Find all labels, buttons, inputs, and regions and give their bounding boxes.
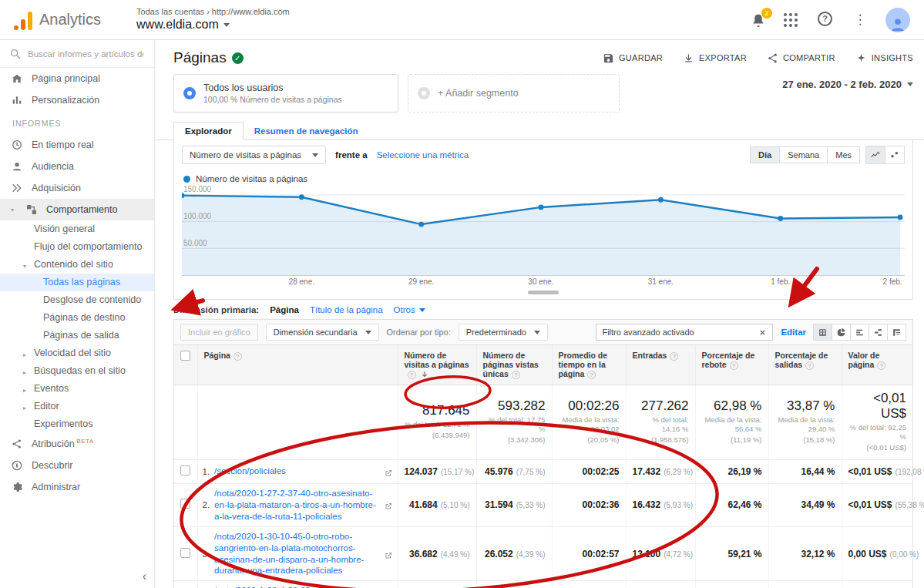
segment-all-users[interactable]: Todos los usuarios 100,00 % Número de vi… [173, 74, 398, 113]
table-row: 1. /seccion/policiales 124.037(15,17 %) … [174, 459, 912, 483]
pageviews-cell: 41.684(5,10 %) [398, 483, 476, 526]
external-link-icon[interactable] [384, 500, 393, 509]
performance-view-button[interactable] [850, 324, 869, 341]
sidebar-item-site-search[interactable]: ▸ Búsquedas en el sitio [0, 362, 154, 380]
external-link-icon[interactable] [384, 467, 393, 476]
column-header-bounce-rate[interactable]: Porcentaje de rebote? [695, 345, 768, 385]
row-checkbox[interactable] [180, 465, 190, 475]
help-icon: ? [512, 371, 520, 379]
tab-explorer[interactable]: Explorador [173, 122, 244, 140]
sidebar-item-home[interactable]: Página principal [0, 68, 154, 89]
share-label: COMPARTIR [783, 53, 835, 62]
granularity-month-button[interactable]: Mes [827, 146, 860, 163]
export-button[interactable]: EXPORTAR [683, 52, 747, 64]
summary-exit-rate: 33,87 % Media de la vista: 29,40 % (15,1… [768, 385, 842, 460]
page-link[interactable]: /seccion/policiales [214, 465, 378, 477]
granularity-week-button[interactable]: Semana [779, 146, 828, 163]
granularity-day-button[interactable]: Día [750, 146, 780, 163]
save-icon [603, 52, 614, 64]
column-header-page[interactable]: Página? [197, 345, 398, 385]
dimension-others[interactable]: Otros [394, 305, 425, 314]
dimension-page[interactable]: Página [270, 305, 299, 314]
line-chart-view-button[interactable] [865, 146, 885, 164]
breadcrumb[interactable]: Todas las cuentas › http://www.eldia.com [136, 7, 290, 18]
attribution-icon [11, 438, 23, 450]
column-header-exit-rate[interactable]: Porcentaje de salidas? [768, 345, 842, 385]
sidebar-item-attribution[interactable]: AtribuciónBETA [0, 433, 154, 455]
analytics-logo-icon[interactable] [14, 10, 32, 30]
sidebar-item-exit-pages[interactable]: Páginas de salida [0, 327, 154, 344]
sidebar-collapse-button[interactable]: ‹ [143, 570, 146, 583]
sidebar-item-landing-pages[interactable]: Páginas de destino [0, 309, 154, 327]
notifications-bell-icon[interactable]: 2 [750, 12, 767, 29]
column-header-entrances[interactable]: Entradas? [626, 345, 695, 385]
sidebar-item-admin[interactable]: Administrar [0, 476, 154, 498]
comparison-view-button[interactable] [869, 324, 888, 341]
sidebar-item-all-pages[interactable]: Todas las páginas [0, 274, 154, 291]
page-link[interactable]: /nota/2020-1-30-10-45-0-otro-robo-sangri… [214, 531, 378, 577]
insights-button[interactable]: INSIGHTS [855, 52, 913, 64]
advanced-filter-chip: Filtro avanzado activado [596, 324, 773, 341]
sidebar-item-behavior-flow[interactable]: Flujo del comportamiento [0, 238, 154, 256]
data-view-button[interactable] [813, 324, 832, 341]
sidebar-search[interactable] [0, 40, 154, 68]
sidebar-item-customization[interactable]: Personalización [0, 89, 154, 111]
close-icon[interactable] [758, 328, 767, 337]
sidebar-item-site-speed[interactable]: ▸ Velocidad del sitio [0, 344, 154, 362]
summary-sub: (3.342.306) [483, 435, 546, 445]
y-axis-tick-label: 150.000 [183, 185, 211, 193]
sidebar-item-realtime[interactable]: En tiempo real [0, 134, 154, 156]
sort-type-dropdown[interactable]: Predeterminado [459, 324, 548, 341]
summary-sub: (11,19 %) [702, 435, 762, 445]
sidebar-item-audience[interactable]: Audiencia [0, 156, 154, 177]
property-selector[interactable]: www.eldia.com [136, 17, 290, 32]
line-chart-icon [870, 150, 881, 160]
column-header-avg-time[interactable]: Promedio de tiempo en la página? [552, 345, 626, 385]
user-avatar[interactable] [885, 8, 910, 32]
row-checkbox[interactable] [180, 548, 190, 558]
table-grid-icon [818, 328, 828, 338]
external-link-icon[interactable] [384, 549, 393, 559]
sidebar-item-site-content[interactable]: ▾ Contenido del sitio [0, 256, 154, 274]
filter-chip-label: Filtro avanzado activado [602, 328, 694, 337]
page-link[interactable]: /nota/2020-1-27-2-37-40-otro-asesinato-e… [214, 488, 378, 522]
plot-rows-button[interactable]: Incluir en gráfico [180, 324, 258, 341]
more-options-icon[interactable]: ⋮ [852, 12, 869, 29]
sidebar-item-acquisition[interactable]: Adquisición [0, 177, 154, 199]
sidebar-item-content-drilldown[interactable]: Desglose de contenido [0, 291, 154, 309]
sidebar-item-behavior[interactable]: ▾ Comportamiento [0, 199, 154, 220]
motion-chart-view-button[interactable] [885, 146, 905, 164]
sort-desc-icon [420, 370, 429, 379]
share-button[interactable]: COMPARTIR [767, 52, 835, 64]
dimension-page-title[interactable]: Título de la página [310, 305, 383, 314]
help-icon[interactable]: ? [818, 12, 835, 29]
help-icon: ? [670, 352, 678, 361]
summary-sub: % del total: 12,72 % [405, 420, 470, 429]
sidebar-item-publisher[interactable]: ▸ Editor [0, 398, 154, 415]
pivot-view-button[interactable] [887, 324, 906, 341]
save-button[interactable]: GUARDAR [603, 52, 663, 64]
percentage-view-button[interactable] [832, 324, 851, 341]
edit-filter-link[interactable]: Editar [781, 328, 806, 337]
sidebar-item-events[interactable]: ▸ Eventos [0, 380, 154, 398]
sidebar-item-behavior-overview[interactable]: Visión general [0, 220, 154, 238]
select-all-checkbox[interactable] [180, 351, 190, 361]
column-header-pageviews[interactable]: Número de visitas a páginas? [398, 345, 476, 385]
date-range-selector[interactable]: 27 ene. 2020 - 2 feb. 2020 [782, 74, 913, 90]
sidebar-item-discover[interactable]: Descubrir [0, 455, 154, 476]
summary-sub: % del total: 17,75 % [483, 415, 546, 434]
chart-scroll-handle[interactable] [528, 291, 559, 294]
page-link[interactable]: /nota/2020-1-28-4-28-32-confeso-que-mato… [214, 585, 378, 588]
column-header-page-value[interactable]: Valor de página? [842, 345, 912, 385]
add-segment-button[interactable]: + Añadir segmento [408, 74, 620, 113]
row-checkbox[interactable] [180, 499, 190, 509]
pie-chart-icon [836, 328, 846, 338]
sidebar-item-experiments[interactable]: Experimentos [0, 415, 154, 433]
secondary-dimension-dropdown[interactable]: Dimensión secundaria [266, 324, 379, 341]
select-metric-link[interactable]: Seleccione una métrica [377, 150, 469, 160]
apps-grid-icon[interactable] [784, 12, 801, 29]
tab-navigation-summary[interactable]: Resumen de navegación [244, 123, 369, 139]
metric-dropdown[interactable]: Número de visitas a páginas [182, 146, 326, 164]
search-input[interactable] [28, 49, 143, 59]
column-header-unique-pageviews[interactable]: Número de páginas vistas únicas? [476, 345, 552, 385]
